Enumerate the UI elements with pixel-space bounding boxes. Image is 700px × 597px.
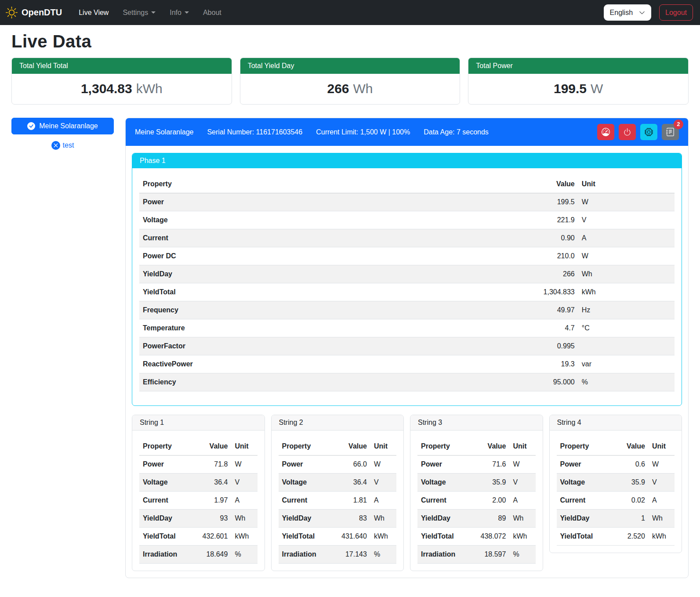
nav-item-live-view[interactable]: Live View (73, 5, 115, 20)
table-row: Temperature4.7°C (139, 319, 675, 337)
unit-cell: V (649, 474, 675, 492)
power-button[interactable] (619, 124, 636, 140)
value-cell: 266 (525, 265, 578, 283)
property-cell: YieldTotal (279, 528, 330, 546)
value-cell: 89 (469, 510, 509, 528)
table-row: YieldDay1Wh (557, 510, 675, 528)
table-row: YieldTotal1,304.833kWh (139, 283, 675, 301)
value-cell: 35.9 (469, 474, 509, 492)
value-cell: 17.143 (330, 546, 370, 564)
property-cell: Irradiation (279, 546, 330, 564)
table-row: Irradiation18.597% (417, 546, 536, 564)
unit-cell: °C (578, 319, 675, 337)
card-value: 1,304.83 (81, 81, 132, 96)
column-header: Property (139, 438, 191, 456)
table-row: PowerFactor0.995 (139, 337, 675, 355)
unit-cell: V (370, 474, 396, 492)
device-info-button[interactable] (640, 124, 657, 140)
sun-icon (6, 7, 18, 18)
column-header: Value (609, 438, 649, 456)
unit-cell: kWh (578, 283, 675, 301)
sidebar-item-meine-solaranlage[interactable]: Meine Solaranlage (11, 118, 114, 134)
table-header-row: PropertyValueUnit (557, 438, 675, 456)
total-yield-day-card: Total Yield Day 266Wh (240, 58, 461, 105)
value-cell: 431.640 (330, 528, 370, 546)
string-title: String 1 (132, 415, 265, 431)
property-cell: Current (557, 492, 609, 510)
property-cell: Irradiation (139, 546, 191, 564)
chevron-down-icon (185, 11, 189, 14)
column-header: Value (525, 175, 578, 193)
string-3-card: String 3 PropertyValueUnitPower71.6WVolt… (410, 415, 543, 571)
table-row: Voltage36.4V (139, 474, 258, 492)
sidebar-item-label: Meine Solaranlage (39, 122, 98, 130)
unit-cell: V (509, 474, 535, 492)
inverter-serial: Serial Number: 116171603546 (207, 128, 302, 136)
value-cell: 93 (191, 510, 231, 528)
sidebar-item-test[interactable]: test (11, 141, 114, 150)
card-title: Total Yield Day (240, 58, 460, 74)
column-header: Value (330, 438, 370, 456)
column-header: Unit (509, 438, 535, 456)
brand-label: OpenDTU (22, 7, 62, 18)
unit-cell: kWh (509, 528, 535, 546)
unit-cell: V (231, 474, 257, 492)
event-log-button[interactable]: 2 (662, 124, 679, 140)
table-row: Current2.00A (417, 492, 536, 510)
unit-cell: Wh (370, 510, 396, 528)
property-cell: YieldDay (139, 265, 525, 283)
brand[interactable]: OpenDTU (6, 7, 62, 18)
column-header: Property (557, 438, 609, 456)
unit-cell: Wh (649, 510, 675, 528)
inverter-toolbar: 2 (597, 124, 679, 140)
property-cell: YieldDay (557, 510, 609, 528)
table-row: Irradiation17.143% (279, 546, 397, 564)
phase-table: PropertyValueUnitPower199.5WVoltage221.9… (139, 175, 675, 391)
unit-cell: Wh (509, 510, 535, 528)
language-select[interactable]: English (604, 4, 651, 21)
value-cell: 83 (330, 510, 370, 528)
unit-cell: A (578, 229, 675, 247)
journal-icon (666, 128, 675, 136)
table-row: YieldDay266Wh (139, 265, 675, 283)
power-icon (623, 128, 631, 136)
table-header-row: PropertyValueUnit (139, 175, 675, 193)
table-row: Irradiation18.649% (139, 546, 258, 564)
unit-cell: W (649, 456, 675, 474)
table-row: Efficiency95.000% (139, 373, 675, 391)
table-row: Voltage35.9V (417, 474, 536, 492)
unit-cell: Hz (578, 301, 675, 319)
nav-links: Live View Settings Info About (73, 5, 228, 20)
table-row: Power66.0W (279, 456, 397, 474)
table-header-row: PropertyValueUnit (139, 438, 258, 456)
unit-cell: kWh (231, 528, 257, 546)
table-row: Power0.6W (557, 456, 675, 474)
property-cell: Voltage (139, 211, 525, 229)
nav-item-info[interactable]: Info (163, 5, 195, 20)
phase-1-panel: Phase 1 PropertyValueUnitPower199.5WVolt… (132, 153, 682, 406)
property-cell: Current (279, 492, 330, 510)
chevron-down-icon (151, 11, 156, 14)
nav-item-settings[interactable]: Settings (116, 5, 162, 20)
table-row: Current0.02A (557, 492, 675, 510)
limit-settings-button[interactable] (597, 124, 614, 140)
value-cell: 35.9 (609, 474, 649, 492)
property-cell: Temperature (139, 319, 525, 337)
value-cell: 18.649 (191, 546, 231, 564)
cpu-icon (645, 128, 653, 136)
string-title: String 3 (410, 415, 543, 431)
unit-cell: W (231, 456, 257, 474)
unit-cell: Wh (578, 265, 675, 283)
inverter-sidebar: Meine Solaranlage test (11, 118, 114, 150)
value-cell: 0.995 (525, 337, 578, 355)
unit-cell: W (509, 456, 535, 474)
value-cell: 18.597 (469, 546, 509, 564)
column-header: Unit (578, 175, 675, 193)
property-cell: Power (139, 456, 191, 474)
card-value: 266 (327, 81, 349, 96)
nav-item-about[interactable]: About (197, 5, 228, 20)
summary-cards-row: Total Yield Total 1,304.83kWh Total Yiel… (11, 58, 689, 105)
column-header: Unit (370, 438, 396, 456)
unit-cell (578, 337, 675, 355)
logout-button[interactable]: Logout (659, 4, 693, 21)
